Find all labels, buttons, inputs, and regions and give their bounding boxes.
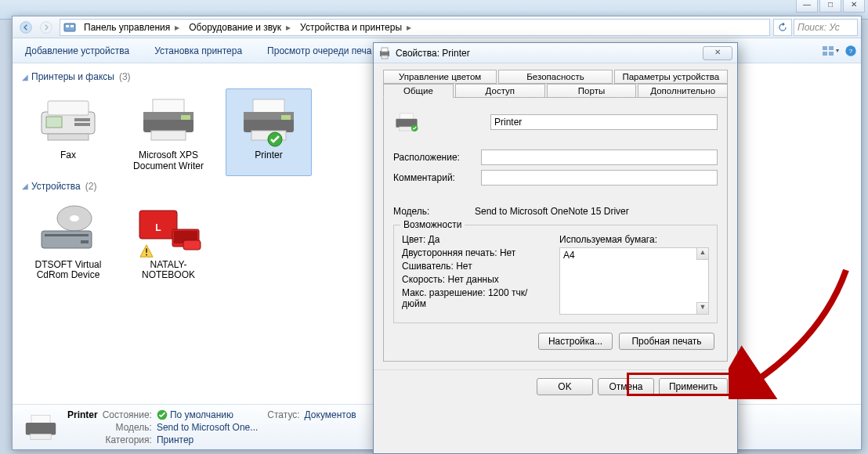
model-label: Модель: [393, 206, 475, 217]
printer-icon [393, 110, 423, 134]
model-value: Send to Microsoft OneNote 15 Driver [475, 206, 629, 217]
close-button[interactable]: ✕ [843, 0, 865, 13]
printer-name-input[interactable] [490, 114, 718, 130]
help-button[interactable]: ? [841, 42, 861, 59]
svg-rect-32 [45, 234, 89, 236]
parent-window-controls: — □ ✕ [796, 0, 865, 13]
scroll-down-button[interactable]: ▼ [696, 302, 708, 314]
breadcrumb[interactable]: Панель управления▸ Оборудование и звук▸ … [60, 19, 770, 36]
group-count: (3) [119, 71, 131, 82]
location-label: Расположение: [393, 152, 475, 163]
printer-properties-dialog: Свойства: Printer ✕ Управление цветом Бе… [373, 42, 738, 454]
device-printer[interactable]: Printer [226, 88, 312, 176]
view-queue-link[interactable]: Просмотр очереди печа [255, 45, 384, 56]
details-state-value: По умолчанию [170, 409, 233, 420]
details-status-value: Документов [305, 409, 356, 420]
svg-rect-41 [31, 415, 50, 423]
dialog-titlebar[interactable]: Свойства: Printer ✕ [374, 43, 737, 63]
tab-sharing[interactable]: Доступ [455, 84, 545, 97]
svg-point-30 [70, 215, 79, 222]
crumb-control-panel[interactable]: Панель управления▸ [79, 20, 184, 35]
group-title: Устройства [31, 181, 81, 192]
tab-color-management[interactable]: Управление цветом [383, 70, 497, 84]
search-input[interactable]: Поиск: Ус [794, 19, 858, 36]
printer-icon [378, 47, 391, 59]
paper-used-label: Используемая бумага: [559, 234, 709, 245]
svg-rect-23 [253, 99, 284, 114]
apply-button[interactable]: Применить [659, 378, 728, 395]
printer-icon [133, 92, 204, 147]
svg-rect-48 [400, 114, 414, 120]
features-legend: Возможности [400, 219, 465, 230]
collapse-caret-icon: ◢ [22, 73, 28, 81]
add-printer-link[interactable]: Установка принтера [142, 45, 255, 56]
group-title: Принтеры и факсы [31, 71, 114, 82]
device-xps-writer[interactable]: Microsoft XPS Document Writer [125, 88, 212, 176]
svg-rect-13 [48, 101, 89, 115]
device-fax[interactable]: Fax [25, 88, 111, 176]
svg-point-0 [20, 21, 32, 33]
svg-rect-47 [382, 56, 388, 59]
details-model-value: Send to Microsoft One... [157, 422, 258, 433]
svg-rect-46 [382, 48, 388, 52]
details-name: Printer [67, 409, 98, 420]
control-panel-icon [63, 21, 76, 34]
svg-rect-4 [71, 25, 74, 27]
default-check-icon [157, 409, 168, 420]
scroll-up-button[interactable]: ▲ [696, 248, 708, 260]
details-model-label: Модель: [103, 422, 152, 433]
crumb-hardware-sound[interactable]: Оборудование и звук▸ [184, 20, 295, 35]
computer-icon: L [133, 202, 204, 257]
device-label: Fax [29, 150, 107, 161]
fax-icon [33, 92, 103, 147]
svg-rect-3 [66, 25, 69, 27]
paper-list[interactable]: ▲ A4 ▼ [559, 247, 709, 315]
location-input[interactable] [481, 150, 718, 165]
maximize-button[interactable]: □ [819, 0, 841, 13]
forward-button[interactable] [36, 19, 56, 36]
comment-input[interactable] [481, 170, 718, 186]
device-dtsoft-cdrom[interactable]: DTSOFT Virtual CdRom Device [25, 198, 111, 286]
svg-rect-40 [146, 254, 147, 255]
refresh-button[interactable] [773, 19, 792, 36]
svg-rect-42 [26, 423, 56, 435]
cancel-button[interactable]: Отмена [598, 378, 654, 395]
dialog-close-button[interactable]: ✕ [703, 46, 732, 60]
feature-maxres: Макс. разрешение: 1200 тчк/дюйм [402, 287, 552, 309]
details-category-value: Принтер [157, 434, 258, 445]
test-page-button[interactable]: Пробная печать [619, 333, 714, 350]
paper-option[interactable]: A4 [563, 250, 696, 261]
minimize-button[interactable]: — [796, 0, 818, 13]
back-button[interactable] [16, 19, 36, 36]
crumb-devices-printers[interactable]: Устройства и принтеры▸ [295, 20, 416, 35]
details-state-label: Состояние: [103, 409, 152, 420]
feature-color: Цвет: Да [402, 234, 552, 245]
svg-rect-7 [829, 46, 834, 50]
add-device-link[interactable]: Добавление устройства [13, 45, 142, 56]
tab-device-settings[interactable]: Параметры устройства [614, 70, 728, 84]
feature-speed: Скорость: Нет данных [402, 274, 552, 285]
svg-rect-14 [46, 117, 62, 128]
features-groupbox: Возможности Цвет: Да Двусторонняя печать… [393, 225, 718, 323]
tab-security[interactable]: Безопасность [498, 70, 612, 84]
device-nataly-notebook[interactable]: L NATALY-NOTEBOOK [125, 198, 212, 286]
dialog-footer: OK Отмена Применить [374, 369, 737, 403]
preferences-button[interactable]: Настройка... [538, 333, 613, 350]
svg-rect-33 [81, 240, 89, 243]
collapse-caret-icon: ◢ [22, 182, 28, 190]
svg-rect-38 [183, 240, 201, 250]
device-label: DTSOFT Virtual CdRom Device [29, 260, 107, 282]
device-label: Microsoft XPS Document Writer [129, 150, 208, 172]
details-category-label: Категория: [103, 434, 152, 445]
ok-button[interactable]: OK [537, 378, 593, 395]
tab-advanced[interactable]: Дополнительно [638, 84, 728, 97]
svg-rect-18 [153, 99, 184, 114]
svg-rect-21 [151, 131, 186, 140]
group-count: (2) [85, 181, 97, 192]
svg-rect-43 [31, 434, 51, 439]
tab-general[interactable]: Общие [383, 84, 454, 98]
view-options-button[interactable] [820, 42, 841, 59]
details-status-label: Статус: [267, 409, 299, 420]
tab-ports[interactable]: Порты [547, 84, 637, 97]
svg-rect-17 [48, 134, 89, 140]
